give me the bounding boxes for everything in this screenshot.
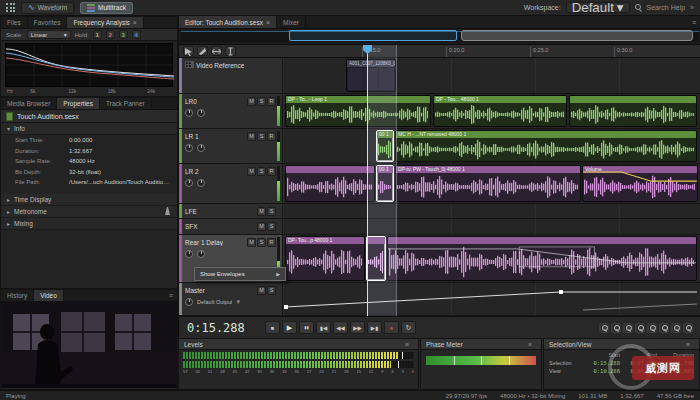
track-lane[interactable] <box>283 219 700 234</box>
show-envelopes-menu-item[interactable]: Show Envelopes ▶ <box>194 267 286 281</box>
audio-clip[interactable] <box>285 165 375 202</box>
track-header[interactable]: Video Reference <box>179 58 283 93</box>
rewind-button[interactable]: ◀◀ <box>333 321 348 334</box>
audio-clip[interactable] <box>569 95 697 127</box>
zoom-full-button[interactable] <box>683 323 693 333</box>
record-arm-button[interactable]: R <box>267 167 276 176</box>
zoom-out-amplitude-button[interactable] <box>659 323 669 333</box>
zoom-in-button[interactable] <box>599 323 609 333</box>
panel-menu-icon[interactable]: ≡ <box>682 341 694 348</box>
track-color-strip[interactable] <box>179 235 182 282</box>
audio-clip[interactable]: MC H - ...NT removed 48000 1 <box>395 130 697 162</box>
volume-knob[interactable] <box>185 109 193 117</box>
overflow-chevrons-icon[interactable]: » <box>690 4 694 11</box>
zoom-navigator[interactable] <box>179 29 700 45</box>
hold-button-1[interactable]: 1 <box>93 30 102 39</box>
hold-button-4[interactable]: 4 <box>132 30 141 39</box>
audio-clip[interactable]: DP- Tou...p 48000 1 <box>285 236 365 281</box>
fast-forward-button[interactable]: ▶▶ <box>350 321 365 334</box>
track-lane[interactable]: 00 1 DP-tv. PW - Touch_0j 48000 1 Volume <box>283 164 700 203</box>
stop-button[interactable]: ■ <box>265 321 280 334</box>
mute-button[interactable]: M <box>257 286 266 295</box>
section-metronome[interactable]: ▸ Metronome <box>1 206 177 218</box>
track-lane[interactable] <box>283 204 700 218</box>
audio-clip[interactable]: DP - To...- Loop 1 <box>285 95 431 127</box>
volume-knob[interactable] <box>185 179 193 187</box>
zoom-out-time-button[interactable] <box>635 323 645 333</box>
pan-knob[interactable] <box>197 179 205 187</box>
solo-button[interactable]: S <box>267 207 276 216</box>
track-color-strip[interactable] <box>179 129 182 163</box>
tab-frequency-analysis[interactable]: Frequency Analysis × <box>67 17 143 28</box>
close-icon[interactable]: × <box>266 19 270 26</box>
audio-clip[interactable]: DP-tv. PW - Touch_0j 48000 1 <box>395 165 581 202</box>
volume-envelope[interactable] <box>583 166 697 194</box>
track-lane[interactable]: DP- Tou...p 48000 1 <box>283 235 700 282</box>
app-menu-icon[interactable] <box>6 3 15 12</box>
metronome-icon[interactable] <box>164 207 171 216</box>
mute-button[interactable]: M <box>247 132 256 141</box>
tab-files[interactable]: Files <box>1 17 28 28</box>
track-header[interactable]: LR 1 M S R <box>179 129 283 163</box>
tab-mixer[interactable]: Mixer <box>277 16 306 28</box>
playhead[interactable] <box>367 45 368 316</box>
panel-menu-icon[interactable]: ≡ <box>688 16 700 28</box>
time-display[interactable]: 0:15.288 <box>187 321 263 335</box>
output-selector[interactable]: Default Output <box>197 299 232 305</box>
tab-track-panner[interactable]: Track Panner <box>100 98 152 109</box>
track-lane[interactable]: DP - To...- Loop 1 DP - Tou... 48000 1 <box>283 94 700 128</box>
track-name[interactable]: LR0 <box>185 98 197 105</box>
tab-editor-session[interactable]: Editor: Touch Audition.sesx × <box>179 16 277 28</box>
hold-button-2[interactable]: 2 <box>106 30 115 39</box>
scale-select[interactable]: Linear ▾ <box>27 30 71 39</box>
track-lane[interactable]: 00 1 MC H - ...NT removed 48000 1 <box>283 129 700 163</box>
track-name[interactable]: Video Reference <box>196 62 244 69</box>
track-color-strip[interactable] <box>179 204 182 218</box>
track-header[interactable]: LFE M S <box>179 204 283 218</box>
track-lane[interactable] <box>283 283 700 315</box>
move-to-previous-button[interactable]: ▮◀ <box>316 321 331 334</box>
track-name[interactable]: Master <box>185 287 205 294</box>
navigator-range-2[interactable] <box>461 30 693 41</box>
tab-history[interactable]: History <box>1 290 34 301</box>
pause-button[interactable]: ▮▮ <box>299 321 314 334</box>
track-name[interactable]: LR 1 <box>185 133 199 140</box>
pan-knob[interactable] <box>197 250 205 258</box>
solo-button[interactable]: S <box>257 132 266 141</box>
loop-playback-button[interactable]: ↻ <box>401 321 416 334</box>
audio-clip[interactable]: 00 1 <box>376 130 394 162</box>
volume-knob[interactable] <box>185 250 193 258</box>
move-tool-icon[interactable] <box>183 46 194 56</box>
track-name[interactable]: LFE <box>185 208 197 215</box>
pan-knob[interactable] <box>197 144 205 152</box>
mute-button[interactable]: M <box>247 238 256 247</box>
slip-tool-icon[interactable] <box>211 46 222 56</box>
track-color-strip[interactable] <box>179 58 182 93</box>
panel-menu-icon[interactable]: ≡ <box>401 341 413 348</box>
solo-button[interactable]: S <box>257 167 266 176</box>
zoom-in-amplitude-button[interactable] <box>647 323 657 333</box>
record-arm-button[interactable]: R <box>267 132 276 141</box>
navigator-range-1[interactable] <box>289 30 457 41</box>
track-header[interactable]: Master M S Default Output ▾ <box>179 283 283 315</box>
record-arm-button[interactable]: R <box>267 238 276 247</box>
close-icon[interactable]: × <box>133 19 137 26</box>
track-color-strip[interactable] <box>179 283 182 315</box>
time-selection-tool-icon[interactable] <box>225 46 236 56</box>
solo-button[interactable]: S <box>257 238 266 247</box>
audio-clip[interactable]: DP - Tou... 48000 1 <box>433 95 567 127</box>
search-help-input[interactable]: Search Help <box>647 4 686 11</box>
clip-envelope[interactable] <box>388 237 696 275</box>
play-button[interactable]: ▶ <box>282 321 297 334</box>
workspace-dropdown[interactable]: Default ▾ <box>566 2 630 13</box>
move-to-next-button[interactable]: ▶▮ <box>367 321 382 334</box>
output-knob[interactable] <box>185 298 193 306</box>
multitrack-mode-button[interactable]: Multitrack <box>80 2 133 14</box>
tab-media-browser[interactable]: Media Browser <box>1 98 57 109</box>
mute-button[interactable]: M <box>247 97 256 106</box>
hold-button-3[interactable]: 3 <box>119 30 128 39</box>
master-envelope[interactable] <box>283 283 699 314</box>
track-color-strip[interactable] <box>179 164 182 203</box>
mute-button[interactable]: M <box>257 207 266 216</box>
track-color-strip[interactable] <box>179 219 182 234</box>
